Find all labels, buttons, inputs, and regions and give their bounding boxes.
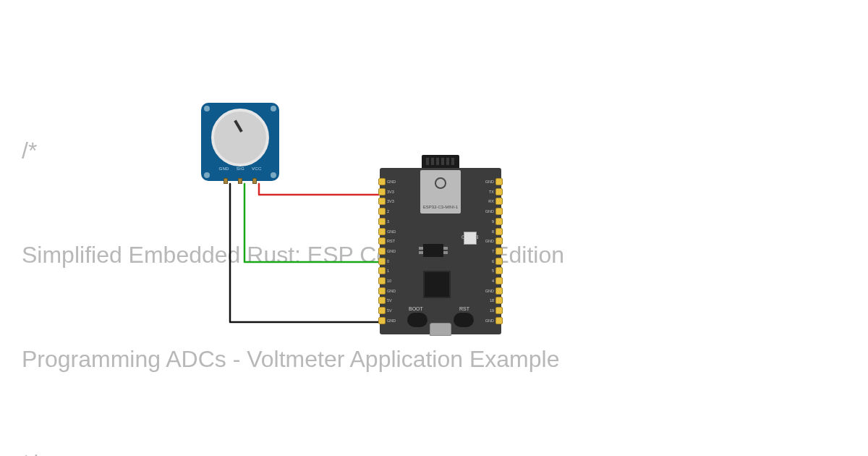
pin-label: 3V3 xyxy=(387,188,400,195)
pin-label: 7 xyxy=(481,248,494,255)
header-pin[interactable] xyxy=(495,188,503,195)
pot-pin-gnd[interactable] xyxy=(224,178,228,184)
header-pin[interactable] xyxy=(495,237,503,245)
pin-label: GND xyxy=(387,317,400,324)
pot-label-gnd: GND xyxy=(218,166,229,171)
pin-label: GND xyxy=(387,228,400,235)
pin-label: RST xyxy=(387,237,400,245)
right-pin-labels: GND TX RX GND 9 8 GND 7 6 5 4 GND 18 19 … xyxy=(481,178,494,324)
esp32-chip xyxy=(423,271,451,298)
header-pin[interactable] xyxy=(378,307,386,314)
header-pin[interactable] xyxy=(378,297,386,304)
mounting-hole xyxy=(204,172,210,178)
left-pin-header xyxy=(378,178,386,324)
header-pin[interactable] xyxy=(495,248,503,255)
pin-label: GND xyxy=(481,208,494,215)
pin-label: 8 xyxy=(481,228,494,235)
header-pin[interactable] xyxy=(495,228,503,235)
pin-label: 1 xyxy=(387,267,400,274)
esp32-shield-label: ESP32-C3-MINI-1 xyxy=(420,205,461,209)
boot-label: BOOT xyxy=(409,306,423,311)
pin-label: 0 xyxy=(387,258,400,265)
pin-label: 5V xyxy=(387,307,400,314)
potentiometer-knob[interactable] xyxy=(211,109,269,166)
pin-label: 4 xyxy=(481,277,494,284)
header-pin[interactable] xyxy=(495,267,503,274)
pin-label: RX xyxy=(481,198,494,205)
esp32-rf-shield: ESP32-C3-MINI-1 xyxy=(420,170,461,214)
wire-gnd xyxy=(230,184,379,322)
header-pin[interactable] xyxy=(378,208,386,215)
header-pin[interactable] xyxy=(378,248,386,255)
pin-label: GND xyxy=(481,237,494,245)
header-pin[interactable] xyxy=(495,178,503,185)
esp32-voltage-regulator xyxy=(423,244,443,257)
pot-label-sig: SIG xyxy=(237,166,244,171)
potentiometer-module[interactable]: GND SIG VCC xyxy=(201,103,279,181)
header-pin[interactable] xyxy=(378,218,386,225)
circuit-diagram: GND SIG VCC ESP32-C3-MINI-1 GPIO 8 BOOT … xyxy=(0,0,868,456)
header-pin[interactable] xyxy=(495,317,503,324)
pot-pin-sig[interactable] xyxy=(238,178,242,184)
header-pin[interactable] xyxy=(378,267,386,274)
header-pin[interactable] xyxy=(495,218,503,225)
header-pin[interactable] xyxy=(378,258,386,265)
header-pin[interactable] xyxy=(378,287,386,295)
pin-label: GND xyxy=(387,248,400,255)
wire-vcc xyxy=(259,184,379,195)
pot-pin-labels: GND SIG VCC xyxy=(201,166,279,171)
pot-pin-vcc[interactable] xyxy=(252,178,257,184)
pin-label: GND xyxy=(481,178,494,185)
pin-label: 10 xyxy=(387,277,400,284)
pin-label: GND xyxy=(387,287,400,295)
header-pin[interactable] xyxy=(378,277,386,284)
pin-label: 6 xyxy=(481,258,494,265)
mounting-hole xyxy=(271,106,276,111)
pin-label: 2 xyxy=(387,208,400,215)
esp32-board[interactable]: ESP32-C3-MINI-1 GPIO 8 BOOT RST xyxy=(380,168,501,334)
header-pin[interactable] xyxy=(495,208,503,215)
header-pin[interactable] xyxy=(378,178,386,185)
pin-label: 9 xyxy=(481,218,494,225)
header-pin[interactable] xyxy=(378,237,386,245)
header-pin[interactable] xyxy=(378,317,386,324)
pin-label: 3V3 xyxy=(387,198,400,205)
pin-label: GND xyxy=(481,287,494,295)
mounting-hole xyxy=(271,172,276,178)
header-pin[interactable] xyxy=(378,188,386,195)
pin-label: 18 xyxy=(481,297,494,304)
header-pin[interactable] xyxy=(495,198,503,205)
pin-label: 5 xyxy=(481,267,494,274)
header-pin[interactable] xyxy=(495,307,503,314)
pin-label: 3 xyxy=(387,218,400,225)
left-pin-labels: GND 3V3 3V3 2 3 GND RST GND 0 1 10 GND 5… xyxy=(387,178,400,324)
reset-button[interactable] xyxy=(454,313,474,327)
pot-label-vcc: VCC xyxy=(252,166,262,171)
esp32-antenna xyxy=(422,155,459,168)
pin-label: GND xyxy=(387,178,400,185)
pot-pins xyxy=(201,178,279,184)
mounting-hole xyxy=(204,106,210,111)
pin-label: 5V xyxy=(387,297,400,304)
esp32-user-led xyxy=(464,232,477,245)
espressif-logo-icon xyxy=(435,177,446,189)
header-pin[interactable] xyxy=(378,198,386,205)
header-pin[interactable] xyxy=(495,258,503,265)
header-pin[interactable] xyxy=(495,287,503,295)
boot-button[interactable] xyxy=(407,313,427,327)
pin-label: TX xyxy=(481,188,494,195)
rst-label: RST xyxy=(459,306,469,311)
pin-label: GND xyxy=(481,317,494,324)
header-pin[interactable] xyxy=(378,228,386,235)
right-pin-header xyxy=(495,178,503,324)
usb-connector xyxy=(430,323,451,336)
header-pin[interactable] xyxy=(495,297,503,304)
pin-label: 19 xyxy=(481,307,494,314)
header-pin[interactable] xyxy=(495,277,503,284)
